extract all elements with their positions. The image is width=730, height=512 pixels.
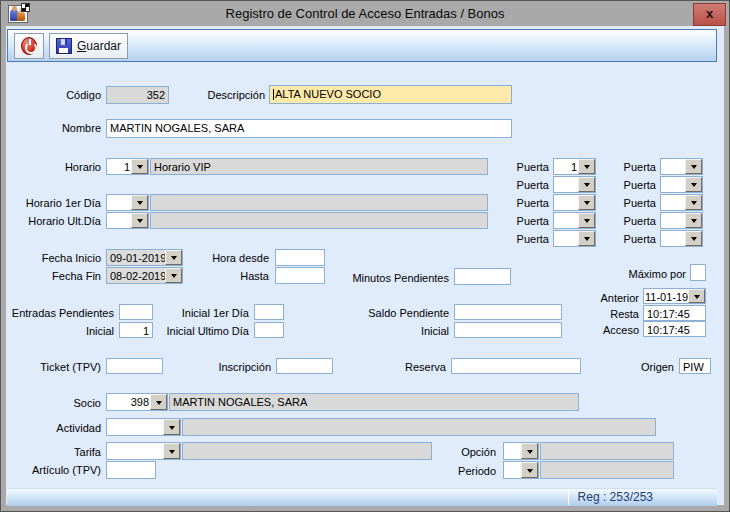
maximo-por-input[interactable] xyxy=(690,264,706,281)
inicial-saldo-input[interactable] xyxy=(454,322,562,338)
chevron-down-icon xyxy=(137,219,143,226)
fecha-inicio-label: Fecha Inicio xyxy=(1,252,101,264)
chevron-down-icon xyxy=(584,219,590,226)
opcion-dropdown-button[interactable] xyxy=(521,443,538,459)
text-cursor xyxy=(273,89,274,100)
anterior-combo[interactable]: 11-01-19 xyxy=(643,288,706,304)
puerta-dropdown-button[interactable] xyxy=(685,213,702,228)
reserva-input[interactable] xyxy=(451,358,581,374)
save-button-label: Guardar xyxy=(77,39,121,53)
horario-code-combo[interactable]: 1 xyxy=(106,158,149,175)
inicial-1er-dia-input[interactable] xyxy=(254,304,284,320)
saldo-pendiente-label: Saldo Pendiente xyxy=(319,307,449,319)
acceso-field: 10:17:45 xyxy=(643,321,706,337)
tarifa-dropdown-button[interactable] xyxy=(163,443,180,459)
horario-label: Horario xyxy=(1,161,101,173)
puerta-value xyxy=(661,195,686,197)
horario-1er-dia-dropdown-button[interactable] xyxy=(131,195,148,210)
anterior-dropdown-button[interactable] xyxy=(688,289,705,303)
chevron-down-icon xyxy=(169,426,175,433)
inicial-1er-dia-label: Inicial 1er Día xyxy=(159,307,249,319)
close-button[interactable]: x xyxy=(693,3,726,26)
puerta-combo-6[interactable] xyxy=(660,158,703,175)
periodo-combo[interactable] xyxy=(503,461,539,479)
actividad-dropdown-button[interactable] xyxy=(163,419,180,435)
tarifa-code-value xyxy=(107,443,164,445)
puerta-combo-1[interactable]: 1 xyxy=(553,158,596,175)
exit-button[interactable] xyxy=(14,33,44,59)
entradas-pendientes-label: Entradas Pendientes xyxy=(1,307,114,319)
dialog-window: Registro de Control de Acceso Entradas /… xyxy=(0,0,730,512)
puerta-dropdown-button[interactable] xyxy=(578,177,595,192)
articulo-tpv-label: Artículo (TPV) xyxy=(1,464,101,476)
chevron-down-icon xyxy=(137,201,143,208)
tarifa-combo[interactable] xyxy=(106,442,181,460)
chevron-down-icon xyxy=(691,219,697,226)
socio-dropdown-button[interactable] xyxy=(150,394,167,410)
socio-label: Socio xyxy=(1,397,101,409)
chevron-down-icon xyxy=(691,165,697,172)
ticket-tpv-input[interactable] xyxy=(106,358,163,374)
descripcion-value: ALTA NUEVO SOCIO xyxy=(275,88,381,100)
inscripcion-input[interactable] xyxy=(276,358,333,374)
puerta-value xyxy=(554,195,579,197)
puerta-combo-9[interactable] xyxy=(660,212,703,229)
horario-ult-dia-dropdown-button[interactable] xyxy=(131,213,148,228)
save-button[interactable]: Guardar xyxy=(49,33,128,59)
hora-desde-label: Hora desde xyxy=(163,252,269,264)
hasta-input[interactable] xyxy=(275,267,325,284)
puerta-combo-2[interactable] xyxy=(553,176,596,193)
nombre-input[interactable]: MARTIN NOGALES, SARA xyxy=(106,119,512,138)
horario-ult-dia-combo[interactable] xyxy=(106,212,149,229)
actividad-combo[interactable] xyxy=(106,418,181,436)
articulo-tpv-input[interactable] xyxy=(106,461,156,479)
maximo-por-label: Máximo por xyxy=(576,268,686,280)
nombre-label: Nombre xyxy=(1,122,101,134)
socio-code-combo[interactable]: 398 xyxy=(106,393,168,411)
saldo-pendiente-input[interactable] xyxy=(454,304,562,320)
horario-dropdown-button[interactable] xyxy=(131,159,148,174)
puerta-dropdown-button[interactable] xyxy=(685,195,702,210)
horario-1er-dia-combo[interactable] xyxy=(106,194,149,211)
puerta-dropdown-button[interactable] xyxy=(578,195,595,210)
chevron-down-icon xyxy=(169,450,175,457)
periodo-dropdown-button[interactable] xyxy=(521,462,538,478)
puerta-value xyxy=(661,177,686,179)
puerta-combo-7[interactable] xyxy=(660,176,703,193)
minutos-pendientes-input[interactable] xyxy=(454,268,511,285)
puerta-dropdown-button[interactable] xyxy=(685,231,702,246)
inicial-ultimo-dia-input[interactable] xyxy=(254,322,284,338)
minutos-pendientes-label: Minutos Pendientes xyxy=(329,272,449,284)
puerta-combo-5[interactable] xyxy=(553,230,596,247)
opcion-combo[interactable] xyxy=(503,442,539,460)
puerta-combo-10[interactable] xyxy=(660,230,703,247)
entradas-pendientes-input[interactable] xyxy=(119,304,153,320)
puerta-label: Puerta xyxy=(613,179,656,191)
puerta-value xyxy=(661,159,686,161)
descripcion-input[interactable]: ALTA NUEVO SOCIO xyxy=(269,85,512,104)
puerta-combo-3[interactable] xyxy=(553,194,596,211)
hora-desde-input[interactable] xyxy=(275,249,325,266)
puerta-dropdown-button[interactable] xyxy=(685,159,702,174)
codigo-label: Código xyxy=(1,89,101,101)
power-icon xyxy=(21,37,37,55)
inicial-input[interactable]: 1 xyxy=(119,322,153,338)
puerta-dropdown-button[interactable] xyxy=(578,213,595,228)
toolbar: Guardar xyxy=(7,29,717,62)
puerta-dropdown-button[interactable] xyxy=(578,159,595,174)
puerta-combo-8[interactable] xyxy=(660,194,703,211)
chevron-down-icon xyxy=(691,201,697,208)
puerta-dropdown-button[interactable] xyxy=(685,177,702,192)
inicial-saldo-label: Inicial xyxy=(319,325,449,337)
puerta-combo-4[interactable] xyxy=(553,212,596,229)
fecha-fin-value: 08-02-2019 xyxy=(107,268,166,282)
actividad-label: Actividad xyxy=(1,422,101,434)
socio-code-value: 398 xyxy=(107,394,151,408)
horario-ult-dia-display xyxy=(150,212,488,229)
puerta-label: Puerta xyxy=(613,161,656,173)
tarifa-display xyxy=(182,442,432,460)
puerta-value xyxy=(661,213,686,215)
chevron-down-icon xyxy=(527,469,533,476)
puerta-dropdown-button[interactable] xyxy=(578,231,595,246)
chevron-down-icon xyxy=(584,237,590,244)
